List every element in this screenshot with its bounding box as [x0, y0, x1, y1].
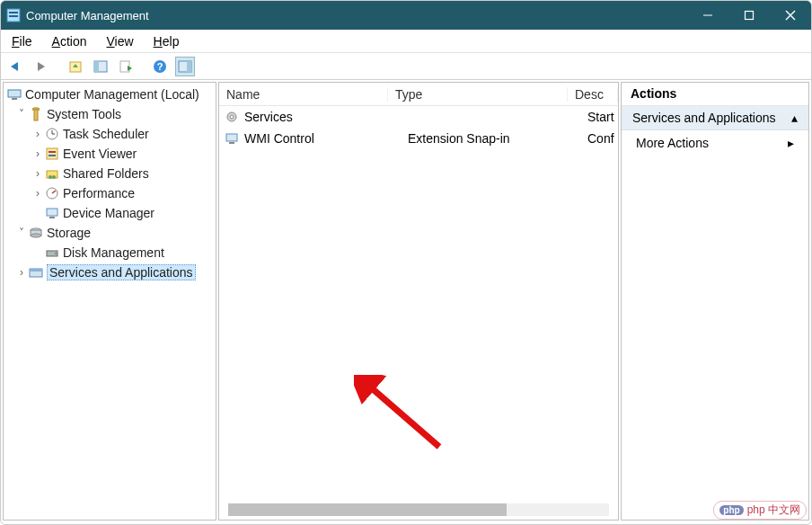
cell-name: Services: [244, 110, 408, 124]
list-header: Name Type Desc: [219, 83, 618, 106]
column-type[interactable]: Type: [388, 87, 568, 102]
actions-pane: Actions Services and Applications ▴ More…: [621, 82, 809, 521]
svg-rect-12: [94, 61, 99, 72]
php-logo-icon: php: [719, 505, 743, 515]
watermark: php php 中文网: [713, 501, 807, 520]
chevron-right-icon: ▸: [788, 136, 794, 150]
menu-action[interactable]: Action: [49, 32, 91, 50]
svg-rect-4: [746, 12, 754, 20]
cell-name: WMI Control: [244, 131, 408, 146]
show-hide-action-pane-button[interactable]: [175, 57, 195, 76]
menubar: File Action View Help: [1, 30, 811, 53]
svg-rect-45: [226, 134, 237, 141]
svg-marker-7: [11, 62, 18, 71]
list-item[interactable]: Services Start: [219, 106, 618, 128]
chevron-right-icon[interactable]: ›: [32, 167, 43, 180]
menu-file[interactable]: File: [8, 32, 36, 50]
result-list-pane: Name Type Desc Services Start WMI Contro…: [218, 82, 619, 521]
action-more-actions[interactable]: More Actions ▸: [622, 130, 808, 156]
svg-rect-1: [9, 12, 18, 13]
cell-type: Extension Snap-in: [408, 131, 587, 146]
svg-rect-20: [12, 98, 17, 100]
svg-rect-46: [229, 142, 234, 144]
chevron-down-icon[interactable]: ˅: [16, 227, 27, 239]
device-manager-icon: [45, 206, 59, 220]
chevron-down-icon[interactable]: ˅: [16, 108, 27, 120]
list-item[interactable]: WMI Control Extension Snap-in Conf: [219, 128, 618, 149]
wmi-icon: [225, 131, 239, 146]
tree-node-event-viewer[interactable]: › Event Viewer: [4, 144, 216, 164]
maximize-button[interactable]: [728, 1, 770, 30]
menu-help[interactable]: Help: [150, 32, 183, 50]
svg-rect-28: [49, 155, 56, 156]
tree-node-system-tools[interactable]: ˅ System Tools: [4, 104, 216, 124]
toolbar: ?: [1, 53, 811, 80]
shared-folders-icon: [45, 166, 59, 181]
svg-rect-18: [187, 61, 191, 72]
cell-description: Start: [587, 110, 618, 124]
tree-node-shared-folders[interactable]: › Shared Folders: [4, 164, 216, 183]
svg-point-31: [52, 175, 56, 179]
svg-rect-2: [9, 15, 18, 17]
annotation-arrow: [354, 375, 453, 456]
collapse-icon: ▴: [791, 111, 798, 125]
cell-description: Conf: [587, 131, 618, 146]
tree-node-disk-management[interactable]: › Disk Management: [4, 243, 216, 262]
back-button[interactable]: [6, 57, 26, 76]
clock-icon: [45, 127, 59, 141]
svg-rect-27: [49, 151, 56, 153]
storage-icon: [29, 226, 43, 240]
column-name[interactable]: Name: [219, 87, 388, 102]
help-button[interactable]: ?: [150, 57, 170, 76]
svg-rect-19: [8, 90, 21, 97]
tree-node-root[interactable]: Computer Management (Local): [4, 85, 216, 104]
svg-rect-22: [32, 108, 40, 111]
tree-node-storage[interactable]: ˅ Storage: [4, 223, 216, 243]
column-description[interactable]: Desc: [568, 87, 618, 102]
forward-button[interactable]: [31, 57, 51, 76]
menu-view[interactable]: View: [103, 32, 137, 50]
event-viewer-icon: [45, 147, 59, 161]
console-tree-pane: Computer Management (Local) ˅ System Too…: [3, 82, 216, 521]
chevron-right-icon[interactable]: ›: [32, 147, 43, 160]
tree-node-services-and-applications[interactable]: › Services and Applications: [4, 262, 216, 282]
disk-icon: [45, 245, 59, 260]
svg-point-40: [55, 253, 57, 254]
svg-point-30: [49, 175, 52, 179]
export-list-button[interactable]: [116, 57, 136, 76]
services-icon: [29, 265, 43, 280]
content-area: Computer Management (Local) ˅ System Too…: [1, 80, 811, 522]
chevron-right-icon[interactable]: ›: [16, 266, 27, 279]
app-icon: [6, 8, 21, 22]
svg-rect-26: [47, 148, 57, 159]
scrollbar-thumb[interactable]: [228, 503, 507, 516]
console-tree[interactable]: Computer Management (Local) ˅ System Too…: [4, 83, 216, 284]
titlebar: Computer Management: [1, 1, 811, 30]
gear-icon: [225, 110, 239, 124]
svg-rect-35: [49, 217, 55, 218]
tree-node-performance[interactable]: › Performance: [4, 183, 216, 203]
close-button[interactable]: [770, 1, 811, 30]
window-controls: [687, 1, 811, 30]
svg-marker-8: [38, 62, 45, 71]
tools-icon: [29, 107, 43, 121]
svg-point-44: [230, 115, 234, 119]
window-title: Computer Management: [26, 9, 687, 22]
computer-icon: [7, 87, 22, 102]
svg-rect-42: [30, 269, 42, 271]
svg-text:?: ?: [157, 61, 163, 72]
performance-icon: [45, 186, 59, 200]
svg-rect-29: [47, 171, 57, 178]
minimize-button[interactable]: [687, 1, 728, 30]
tree-node-task-scheduler[interactable]: › Task Scheduler: [4, 124, 216, 144]
horizontal-scrollbar[interactable]: [228, 503, 609, 516]
actions-title: Actions: [622, 83, 808, 106]
svg-line-48: [365, 382, 439, 447]
chevron-right-icon[interactable]: ›: [32, 187, 43, 200]
up-button[interactable]: [66, 57, 85, 76]
chevron-right-icon[interactable]: ›: [32, 128, 43, 140]
tree-node-device-manager[interactable]: › Device Manager: [4, 203, 216, 223]
action-section-header[interactable]: Services and Applications ▴: [622, 106, 808, 130]
svg-rect-34: [47, 209, 57, 216]
show-hide-console-tree-button[interactable]: [91, 57, 110, 76]
